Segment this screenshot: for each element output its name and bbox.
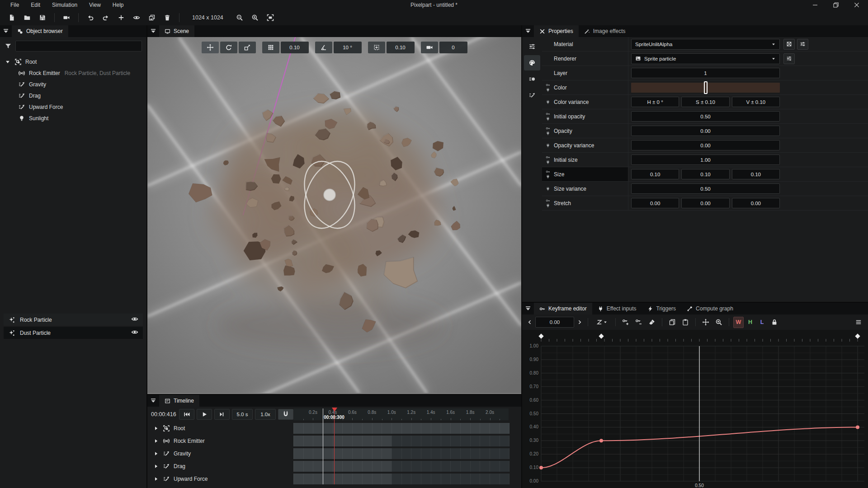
pan-mode-button[interactable]	[700, 317, 712, 328]
checker-button[interactable]	[783, 39, 795, 50]
category-sliders-button[interactable]	[524, 39, 540, 54]
skip-to-start-button[interactable]	[179, 409, 194, 420]
tab-timeline[interactable]: Timeline	[159, 395, 199, 407]
value-field[interactable]: 0.00	[681, 198, 729, 208]
move-tool-button[interactable]	[202, 42, 219, 53]
tree-item-gravity[interactable]: Gravity	[0, 79, 146, 90]
undo-button[interactable]	[83, 11, 98, 24]
value-field[interactable]: 0.10	[732, 169, 780, 179]
camera-value[interactable]: 0	[439, 42, 467, 53]
tree-item-upward-force[interactable]: Upward Force	[0, 101, 146, 113]
tree-item-sunlight[interactable]: Sunlight	[0, 113, 146, 124]
visibility-eye-button[interactable]	[131, 315, 138, 324]
value-field[interactable]: 0.00	[631, 126, 780, 136]
add-keyframe-button[interactable]	[620, 317, 632, 328]
track-active-range[interactable]	[293, 448, 392, 459]
menu-edit[interactable]: Edit	[26, 1, 45, 9]
filter-input[interactable]	[15, 41, 142, 52]
scale-tool-button[interactable]	[239, 42, 256, 53]
duration-button[interactable]: 5.0 s	[232, 409, 253, 420]
move-snap-button[interactable]	[368, 42, 385, 53]
angle-snap-button[interactable]	[315, 42, 332, 53]
add-object-button[interactable]	[114, 11, 128, 24]
graph-menu-button[interactable]	[853, 317, 864, 328]
track-upward-force[interactable]: Upward Force	[147, 473, 293, 485]
playhead-marker[interactable]	[332, 408, 337, 414]
tab-object-browser[interactable]: Object browser	[12, 25, 68, 37]
visibility-button[interactable]	[129, 11, 144, 24]
remove-keyframe-button[interactable]	[633, 317, 645, 328]
axis-w-button[interactable]: W	[733, 317, 744, 328]
zoom-in-button[interactable]	[248, 11, 262, 24]
menu-view[interactable]: View	[84, 1, 106, 9]
value-field[interactable]: H ± 0 °	[631, 97, 679, 107]
collapse-panel-button[interactable]	[147, 25, 159, 37]
tab-compute-graph[interactable]: Compute graph	[681, 303, 739, 314]
duplicate-button[interactable]	[145, 11, 159, 24]
axis-l-button[interactable]: L	[757, 317, 767, 328]
zoom-out-button[interactable]	[232, 11, 247, 24]
tree-item-root[interactable]: Root	[0, 56, 146, 67]
tab-properties[interactable]: Properties	[534, 25, 579, 37]
menu-simulation[interactable]: Simulation	[47, 1, 82, 9]
track-bar-row[interactable]	[293, 460, 509, 473]
keyframe-value-field[interactable]: 0.00	[535, 317, 574, 328]
track-gravity[interactable]: Gravity	[147, 447, 293, 460]
keyframe-curve-canvas[interactable]: 0.000.100.200.300.400.500.600.700.800.90…	[522, 330, 868, 488]
track-root[interactable]: Root	[147, 422, 293, 435]
skip-to-end-button[interactable]	[214, 409, 230, 420]
track-bar-row[interactable]	[293, 473, 509, 485]
category-motion-button[interactable]	[524, 71, 540, 87]
sliders-button[interactable]	[783, 53, 795, 64]
save-button[interactable]	[35, 11, 50, 24]
rotate-tool-button[interactable]	[220, 42, 237, 53]
track-bar-row[interactable]	[293, 422, 509, 435]
value-field[interactable]: 0.10	[631, 169, 679, 179]
angle-snap-value[interactable]: 10 °	[334, 42, 362, 53]
tab-scene[interactable]: Scene	[159, 25, 194, 37]
open-file-button[interactable]	[20, 11, 34, 24]
tab-effect-inputs[interactable]: Effect inputs	[592, 303, 642, 314]
delete-button[interactable]	[160, 11, 175, 24]
value-field[interactable]: 1	[631, 68, 780, 78]
value-field[interactable]: 0.50	[631, 183, 780, 194]
collapse-panel-button[interactable]	[0, 25, 12, 37]
menu-help[interactable]: Help	[108, 1, 129, 9]
track-drag[interactable]: Drag	[147, 460, 293, 473]
fit-view-button[interactable]	[263, 11, 278, 24]
tree-item-drag[interactable]: Drag	[0, 90, 146, 101]
prev-keyframe-button[interactable]	[526, 317, 534, 328]
redo-button[interactable]	[99, 11, 113, 24]
particle-type-rock-particle[interactable]: Rock Particle	[4, 314, 143, 326]
scene-viewport[interactable]: 0.10 10 ° 0.10 0	[147, 37, 521, 394]
menu-file[interactable]: File	[5, 1, 24, 9]
track-bar-row[interactable]	[293, 447, 509, 460]
value-field[interactable]: V ± 0.10	[732, 97, 780, 107]
speed-button[interactable]: 1.0x	[255, 409, 276, 420]
playhead-line[interactable]	[334, 408, 335, 484]
scene-3d-view[interactable]	[147, 37, 521, 393]
play-button[interactable]	[197, 409, 212, 420]
camera-button[interactable]	[421, 42, 438, 53]
grid-snap-value[interactable]: 0.10	[281, 42, 309, 53]
track-bar-row[interactable]	[293, 435, 509, 447]
loop-button[interactable]	[278, 409, 293, 420]
next-keyframe-button[interactable]	[576, 317, 584, 328]
interpolation-dropdown[interactable]	[592, 317, 611, 328]
value-field[interactable]: 0.00	[631, 198, 679, 208]
minimize-button[interactable]	[810, 0, 820, 9]
color-slider-handle[interactable]	[704, 81, 708, 94]
value-field[interactable]: 0.10	[681, 169, 729, 179]
canvas-size-label[interactable]: 1024 x 1024	[184, 14, 231, 21]
new-file-button[interactable]	[5, 11, 19, 24]
axis-h-button[interactable]: H	[745, 317, 755, 328]
timeline-ruler[interactable]: 0.2s0.4s0.6s0.8s1.0s1.2s1.4s1.6s1.8s2.0s…	[293, 408, 509, 420]
render-video-button[interactable]	[59, 11, 74, 24]
erase-button[interactable]	[646, 317, 658, 328]
value-field[interactable]: 0.00	[732, 198, 780, 208]
material-dropdown[interactable]: SpriteUnlitAlpha	[631, 39, 780, 50]
collapse-panel-button[interactable]	[147, 395, 159, 407]
keyframe-graph[interactable]: 0.000.100.200.300.400.500.600.700.800.90…	[522, 330, 868, 488]
value-field[interactable]: S ± 0.10	[681, 97, 729, 107]
maximize-button[interactable]	[831, 0, 841, 9]
